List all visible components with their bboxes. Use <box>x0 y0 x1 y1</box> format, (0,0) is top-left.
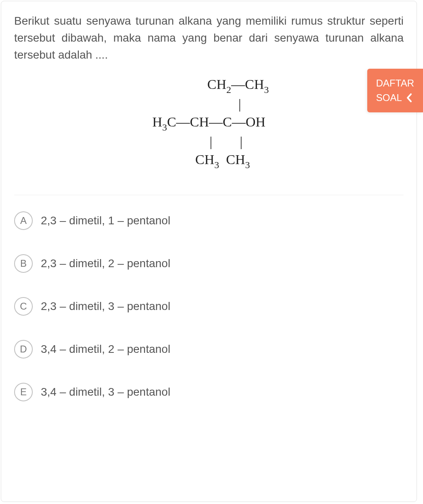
options-list: A 2,3 – dimetil, 1 – pentanol B 2,3 – di… <box>14 211 404 401</box>
option-text: 3,4 – dimetil, 2 – pentanol <box>41 343 170 356</box>
chem-bond-1: | <box>14 95 404 113</box>
option-d[interactable]: D 3,4 – dimetil, 2 – pentanol <box>14 340 404 358</box>
question-card: Berikut suatu senyawa turunan alkana yan… <box>1 1 417 502</box>
option-letter: A <box>14 211 33 230</box>
chem-line-2: H3C—CH—C—OH <box>14 113 404 133</box>
side-tab-line1: DAFTAR <box>376 76 414 91</box>
option-b[interactable]: B 2,3 – dimetil, 2 – pentanol <box>14 254 404 273</box>
chevron-left-icon <box>406 93 412 102</box>
chem-line-1: CH2—CH3 <box>14 76 404 95</box>
divider <box>14 195 404 195</box>
option-letter: C <box>14 297 33 316</box>
chem-line-3: CH3 CH3 <box>14 151 404 171</box>
option-text: 2,3 – dimetil, 2 – pentanol <box>41 257 170 270</box>
question-list-tab[interactable]: DAFTAR SOAL <box>367 69 423 112</box>
option-c[interactable]: C 2,3 – dimetil, 3 – pentanol <box>14 297 404 316</box>
option-text: 2,3 – dimetil, 1 – pentanol <box>41 214 170 227</box>
side-tab-row2: SOAL <box>376 91 414 105</box>
option-e[interactable]: E 3,4 – dimetil, 3 – pentanol <box>14 383 404 401</box>
chemical-structure: CH2—CH3 | H3C—CH—C—OH | | CH3 CH3 <box>14 76 404 171</box>
side-tab-line2: SOAL <box>376 91 402 105</box>
option-letter: B <box>14 254 33 273</box>
question-text: Berikut suatu senyawa turunan alkana yan… <box>14 13 404 63</box>
option-a[interactable]: A 2,3 – dimetil, 1 – pentanol <box>14 211 404 230</box>
chem-bond-2: | | <box>14 133 404 151</box>
option-letter: D <box>14 340 33 358</box>
option-text: 3,4 – dimetil, 3 – pentanol <box>41 386 170 399</box>
option-letter: E <box>14 383 33 401</box>
option-text: 2,3 – dimetil, 3 – pentanol <box>41 300 170 313</box>
